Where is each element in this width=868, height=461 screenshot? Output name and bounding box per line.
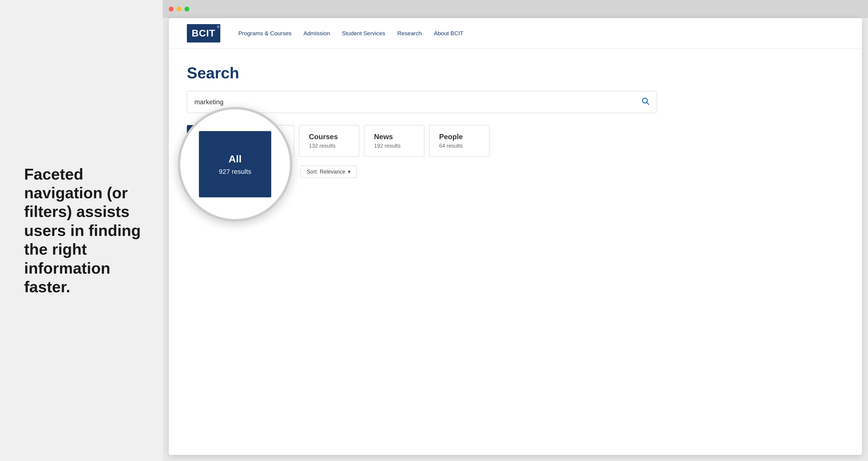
filter-tab-courses-count: 132 results	[309, 143, 349, 149]
filter-tab-people[interactable]: People 64 results	[429, 125, 490, 157]
sort-dropdown[interactable]: Sort: Relevance ▾	[301, 166, 357, 178]
filter-tab-courses-label: Courses	[309, 132, 349, 141]
maximize-dot[interactable]	[184, 7, 189, 11]
browser-content: BCIT Programs & Courses Admission Studen…	[169, 18, 862, 455]
browser-window: BCIT Programs & Courses Admission Studen…	[163, 0, 868, 461]
site-header: BCIT Programs & Courses Admission Studen…	[169, 18, 862, 49]
filter-tab-people-count: 64 results	[439, 143, 479, 149]
nav-research[interactable]: Research	[397, 30, 422, 37]
search-query: marketing	[194, 98, 641, 106]
magnifier-tab-count: 927 results	[219, 168, 251, 176]
sort-label: Sort: Relevance	[307, 169, 345, 175]
magnifier-tab-label: All	[228, 153, 241, 165]
svg-line-1	[647, 102, 649, 104]
magnifier-overlay: All 927 results	[178, 107, 292, 221]
magnifier-active-tab: All 927 results	[199, 131, 271, 197]
annotation-text: Faceted navigation (or filters) assists …	[24, 165, 145, 297]
page-title: Search	[187, 64, 844, 82]
filter-tab-news-count: 192 results	[374, 143, 414, 149]
filter-tabs: All 927 results All 927 results grams re…	[187, 125, 844, 157]
filter-tab-people-label: People	[439, 132, 479, 141]
close-dot[interactable]	[169, 7, 174, 11]
chevron-down-icon: ▾	[348, 168, 350, 175]
bcit-logo[interactable]: BCIT	[187, 24, 220, 42]
nav-admission[interactable]: Admission	[304, 30, 330, 37]
filter-tab-news[interactable]: News 192 results	[364, 125, 424, 157]
search-icon[interactable]	[641, 97, 650, 107]
nav-about-bcit[interactable]: About BCIT	[434, 30, 464, 37]
nav-programs-courses[interactable]: Programs & Courses	[239, 30, 291, 37]
minimize-dot[interactable]	[177, 7, 181, 11]
site-main: Search marketing All	[169, 49, 862, 455]
filter-tab-courses[interactable]: Courses 132 results	[299, 125, 359, 157]
browser-chrome	[163, 0, 868, 18]
site-nav: Programs & Courses Admission Student Ser…	[239, 30, 464, 37]
filter-tab-news-label: News	[374, 132, 414, 141]
left-panel: Faceted navigation (or filters) assists …	[0, 141, 163, 320]
nav-student-services[interactable]: Student Services	[342, 30, 385, 37]
magnifier-content: All 927 results	[180, 110, 290, 219]
